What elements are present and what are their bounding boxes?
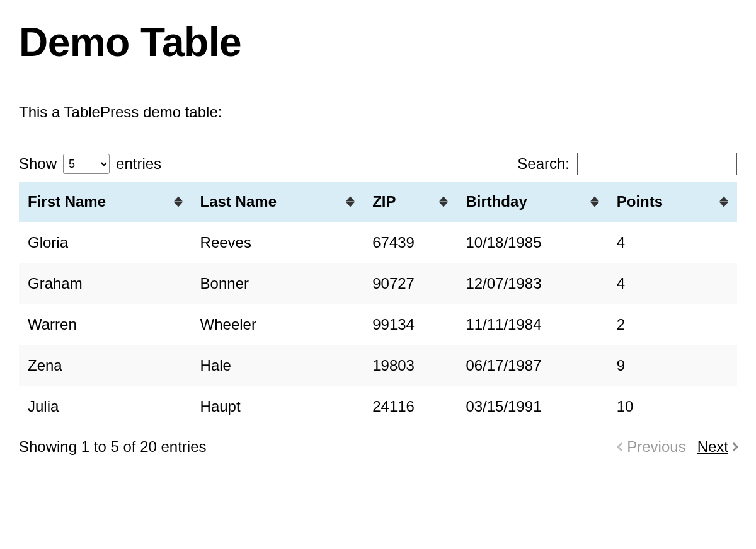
- table-row: ZenaHale1980306/17/19879: [19, 345, 737, 386]
- column-label: Last Name: [200, 193, 277, 210]
- pagination: Previous Next: [618, 438, 737, 456]
- search-input[interactable]: [577, 153, 737, 175]
- sort-icon: [590, 197, 599, 207]
- table-controls-bottom: Showing 1 to 5 of 20 entries Previous Ne…: [19, 438, 737, 456]
- search-label: Search:: [517, 155, 570, 173]
- table-row: JuliaHaupt2411603/15/199110: [19, 386, 737, 427]
- length-select[interactable]: 5: [63, 154, 110, 174]
- table-cell-birthday: 06/17/1987: [457, 345, 607, 386]
- table-cell-last-name: Haupt: [192, 386, 364, 427]
- sort-icon: [439, 197, 448, 207]
- table-controls-top: Show 5 entries Search:: [19, 153, 737, 175]
- table-header-row: First Name Last Name ZIP Birthday: [19, 182, 737, 222]
- table-cell-first-name: Zena: [19, 345, 192, 386]
- table-cell-points: 10: [608, 386, 737, 427]
- previous-label: Previous: [627, 438, 685, 456]
- next-button[interactable]: Next: [697, 438, 737, 456]
- table-row: GrahamBonner9072712/07/19834: [19, 263, 737, 304]
- table-cell-first-name: Gloria: [19, 222, 192, 263]
- table-cell-zip: 90727: [364, 263, 457, 304]
- table-cell-zip: 19803: [364, 345, 457, 386]
- previous-button: Previous: [618, 438, 685, 456]
- length-label-prefix: Show: [19, 155, 57, 173]
- page-title: Demo Table: [19, 19, 737, 66]
- table-row: GloriaReeves6743910/18/19854: [19, 222, 737, 263]
- length-label-suffix: entries: [116, 155, 161, 173]
- chevron-right-icon: [730, 442, 738, 451]
- table-cell-last-name: Reeves: [192, 222, 364, 263]
- column-header-birthday[interactable]: Birthday: [457, 182, 607, 222]
- table-cell-points: 2: [608, 304, 737, 345]
- table-cell-birthday: 03/15/1991: [457, 386, 607, 427]
- table-cell-zip: 99134: [364, 304, 457, 345]
- column-label: First Name: [28, 193, 106, 210]
- table-info: Showing 1 to 5 of 20 entries: [19, 438, 207, 456]
- column-label: Birthday: [466, 193, 527, 210]
- table-cell-points: 4: [608, 222, 737, 263]
- table-cell-points: 9: [608, 345, 737, 386]
- sort-icon: [719, 197, 728, 207]
- table-cell-last-name: Hale: [192, 345, 364, 386]
- sort-icon: [174, 197, 183, 207]
- table-description: This a TablePress demo table:: [19, 103, 737, 121]
- chevron-left-icon: [617, 442, 626, 451]
- table-row: WarrenWheeler9913411/11/19842: [19, 304, 737, 345]
- next-label: Next: [697, 438, 728, 456]
- column-header-last-name[interactable]: Last Name: [192, 182, 364, 222]
- table-cell-birthday: 12/07/1983: [457, 263, 607, 304]
- column-header-points[interactable]: Points: [608, 182, 737, 222]
- column-header-first-name[interactable]: First Name: [19, 182, 192, 222]
- search-control: Search:: [517, 153, 737, 175]
- table-cell-first-name: Graham: [19, 263, 192, 304]
- data-table: First Name Last Name ZIP Birthday: [19, 182, 737, 427]
- table-cell-first-name: Julia: [19, 386, 192, 427]
- table-cell-first-name: Warren: [19, 304, 192, 345]
- table-cell-birthday: 10/18/1985: [457, 222, 607, 263]
- table-cell-points: 4: [608, 263, 737, 304]
- table-cell-birthday: 11/11/1984: [457, 304, 607, 345]
- table-cell-last-name: Wheeler: [192, 304, 364, 345]
- column-label: ZIP: [372, 193, 396, 210]
- column-header-zip[interactable]: ZIP: [364, 182, 457, 222]
- column-label: Points: [617, 193, 663, 210]
- length-control: Show 5 entries: [19, 154, 161, 174]
- table-cell-last-name: Bonner: [192, 263, 364, 304]
- table-cell-zip: 24116: [364, 386, 457, 427]
- sort-icon: [346, 197, 355, 207]
- table-cell-zip: 67439: [364, 222, 457, 263]
